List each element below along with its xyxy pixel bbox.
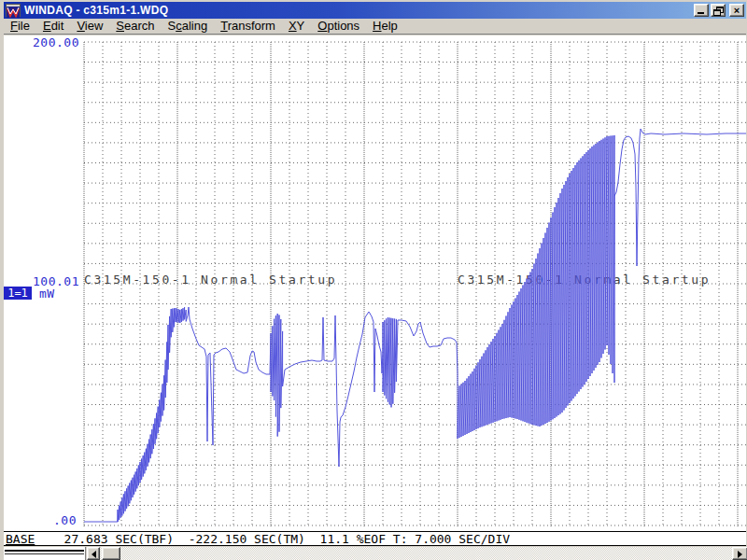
menu-options[interactable]: Options — [311, 18, 366, 35]
channel-badge[interactable]: 1=1 — [4, 287, 32, 300]
menu-help[interactable]: Help — [366, 18, 404, 35]
menu-search[interactable]: Search — [109, 18, 161, 35]
menu-edit[interactable]: Edit — [36, 18, 70, 35]
event-marker-panel[interactable] — [4, 547, 86, 560]
annotation-right: C315M-150-1 Normal Startup — [458, 273, 711, 287]
windaq-app-icon — [6, 4, 21, 17]
horizontal-scroll-row — [4, 547, 746, 560]
status-bar: BASE 27.683 SEC(TBF) -222.150 SEC(TM) 11… — [4, 531, 746, 546]
annotation-left: C315M-150-1 Normal Startup — [84, 273, 337, 287]
menu-bar: FileEditViewSearchScalingTransformXYOpti… — [4, 19, 746, 35]
menu-view[interactable]: View — [70, 18, 109, 35]
menu-file[interactable]: File — [4, 18, 36, 35]
close-icon: × — [734, 5, 740, 16]
scroll-left-button[interactable] — [87, 547, 100, 560]
scrollbar-thumb[interactable] — [102, 547, 120, 560]
y-axis-top-label: 200.00 — [33, 35, 79, 49]
y-axis-unit-label: mW — [39, 287, 55, 301]
scroll-right-button[interactable] — [732, 547, 747, 560]
base-label: BASE — [6, 532, 35, 546]
menu-transform[interactable]: Transform — [214, 18, 282, 35]
minimize-button[interactable] — [694, 4, 709, 17]
menu-xy[interactable]: XY — [282, 18, 311, 35]
scroll-left-icon — [92, 551, 96, 558]
menu-scaling[interactable]: Scaling — [162, 18, 215, 35]
title-bar[interactable]: WINDAQ - c315m1-1.WDQ × — [4, 2, 746, 19]
status-readout: 27.683 SEC(TBF) -222.150 SEC(TM) 11.1 %E… — [35, 532, 510, 546]
window-title: WINDAQ - c315m1-1.WDQ — [24, 4, 168, 17]
close-button[interactable]: × — [729, 4, 744, 17]
windaq-window: WINDAQ - c315m1-1.WDQ × FileEditViewSear… — [0, 0, 747, 560]
scrollbar-track[interactable] — [100, 547, 732, 560]
scroll-right-icon — [738, 551, 742, 558]
chart-area[interactable]: C315M-150-1 Normal Startup C315M-150-1 N… — [4, 35, 746, 531]
minimize-icon — [698, 12, 704, 14]
restore-button[interactable] — [711, 4, 726, 17]
y-axis-bottom-label: .00 — [53, 513, 77, 527]
